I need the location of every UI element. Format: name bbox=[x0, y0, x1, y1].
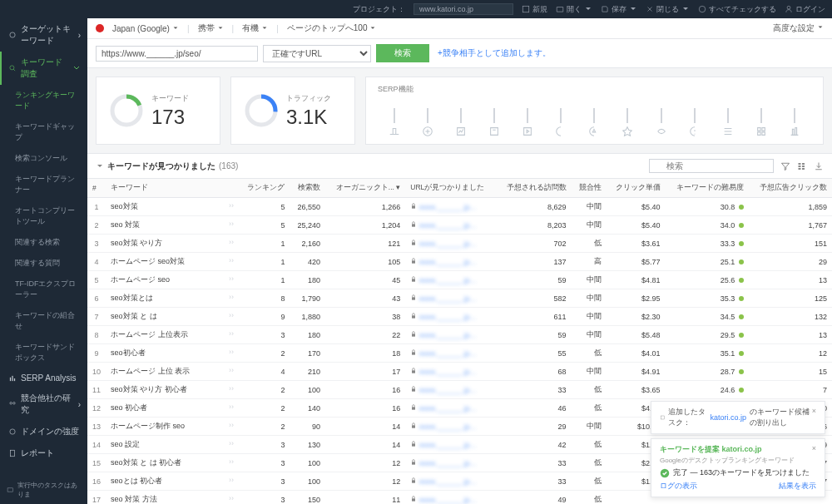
svg-rect-39 bbox=[412, 498, 415, 501]
svg-rect-29 bbox=[412, 315, 415, 318]
columns-icon[interactable] bbox=[797, 161, 807, 171]
serp-feature-icon[interactable] bbox=[455, 108, 467, 137]
organic-select[interactable]: 有機 bbox=[242, 22, 268, 34]
device-select[interactable]: 携帯 bbox=[198, 22, 224, 34]
table-row[interactable]: 11seo対策 やり方 初心者››210016 www.______.jp...… bbox=[87, 381, 832, 399]
top-select[interactable]: ページのトップへ100 bbox=[287, 22, 377, 34]
col-searches[interactable]: 検索数 bbox=[290, 179, 325, 198]
col-organic[interactable]: オーガニックト... ▾ bbox=[325, 179, 405, 198]
svg-rect-0 bbox=[522, 6, 529, 12]
table-row[interactable]: 1seo対策››526,5501,266 www.______.jp...8,6… bbox=[87, 198, 832, 216]
col-idx[interactable]: # bbox=[87, 179, 106, 198]
serp-feature-icon[interactable] bbox=[689, 108, 701, 137]
table-title: キーワードが見つかりました (163) bbox=[96, 161, 238, 172]
svg-rect-10 bbox=[11, 450, 15, 457]
task-icon bbox=[660, 413, 665, 422]
col-keyword[interactable]: キーワード bbox=[106, 179, 239, 198]
svg-rect-35 bbox=[412, 425, 415, 427]
url-bar: 正確ですURL 検索 +競争相手として追加します。 bbox=[87, 39, 832, 68]
serp-feature-icon[interactable] bbox=[755, 108, 767, 137]
col-visits[interactable]: 予想される訪問数 bbox=[496, 179, 571, 198]
filter-icon[interactable] bbox=[780, 161, 790, 171]
expand-icon[interactable] bbox=[96, 162, 104, 170]
table-row[interactable]: 10ホームページ 上位 表示››421017 www.______.jp...6… bbox=[87, 363, 832, 381]
sidebar-keyword-planner[interactable]: キーワードプランナー bbox=[0, 169, 87, 200]
add-competitor-link[interactable]: +競争相手として追加します。 bbox=[434, 47, 551, 59]
table-row[interactable]: 8ホームページ 上位表示››318022 www.______.jp...59中… bbox=[87, 326, 832, 344]
serp-feature-icon[interactable] bbox=[488, 108, 500, 137]
url-input[interactable] bbox=[96, 46, 258, 62]
sidebar-related-questions[interactable]: 関連する質問 bbox=[0, 253, 87, 274]
url-mode-select[interactable]: 正確ですURL bbox=[263, 45, 371, 62]
svg-rect-31 bbox=[412, 352, 415, 354]
sidebar-keyword-gap[interactable]: キーワードギャップ bbox=[0, 116, 87, 148]
svg-rect-17 bbox=[799, 163, 801, 165]
login-button[interactable]: ログイン bbox=[785, 4, 825, 15]
col-difficulty[interactable]: キーワードの難易度 bbox=[666, 179, 749, 198]
check-icon bbox=[660, 468, 670, 478]
svg-rect-37 bbox=[412, 462, 415, 464]
sidebar-report[interactable]: レポート bbox=[0, 442, 87, 464]
results-link[interactable]: 結果を表示 bbox=[779, 481, 816, 492]
serp-feature-icon[interactable] bbox=[522, 108, 533, 137]
svg-point-3 bbox=[10, 66, 14, 70]
table-row[interactable]: 4ホームページ seo対策››1420105 www.______.jp...1… bbox=[87, 253, 832, 271]
table-row[interactable]: 2seo 対策››525,2401,204 www.______.jp...8,… bbox=[87, 216, 832, 235]
svg-point-1 bbox=[787, 6, 790, 9]
sidebar-ranking-keyword[interactable]: ランキングキーワード bbox=[0, 85, 87, 116]
check-all-button[interactable]: すべてチェックする bbox=[698, 4, 776, 15]
serp-feature-icon[interactable] bbox=[555, 108, 567, 137]
svg-rect-21 bbox=[802, 166, 805, 167]
log-link[interactable]: ログの表示 bbox=[660, 481, 697, 492]
sidebar-keyword-research[interactable]: キーワード調査 bbox=[0, 52, 87, 85]
download-icon[interactable] bbox=[814, 161, 824, 171]
serp-feature-icon[interactable] bbox=[656, 108, 667, 137]
serp-feature-icon[interactable] bbox=[789, 108, 800, 137]
toast-close-icon[interactable]: × bbox=[812, 444, 816, 452]
col-adclicks[interactable]: 予想広告クリック数 bbox=[749, 179, 832, 198]
table-search-input[interactable] bbox=[649, 159, 774, 173]
sidebar-domain-strength[interactable]: ドメインの強度 bbox=[0, 421, 87, 442]
open-button[interactable]: 開く bbox=[556, 4, 592, 15]
table-row[interactable]: 3seo対策 やり方››12,160121 www.______.jp...70… bbox=[87, 235, 832, 253]
table-row[interactable]: 5ホームページ seo››118045 www.______.jp...59中間… bbox=[87, 271, 832, 289]
advanced-settings[interactable]: 高度な設定 bbox=[773, 22, 824, 34]
search-button[interactable]: 検索 bbox=[376, 44, 429, 62]
sidebar-footer: 実行中のタスクはありま bbox=[0, 476, 87, 504]
save-button[interactable]: 保存 bbox=[601, 4, 637, 15]
toast-link[interactable]: katori.co.jp bbox=[710, 413, 746, 422]
sidebar-keyword-combo[interactable]: キーワードの組合せ bbox=[0, 305, 87, 337]
table-row[interactable]: 6seo対策とは››81,79043 www.______.jp...582中間… bbox=[87, 289, 832, 308]
sidebar-related-search[interactable]: 関連する検索 bbox=[0, 232, 87, 253]
col-comp[interactable]: 競合性 bbox=[572, 179, 607, 198]
col-cpc[interactable]: クリック単価 bbox=[607, 179, 666, 198]
serp-feature-icon[interactable] bbox=[389, 108, 400, 137]
engine-select[interactable]: Japan (Google) bbox=[112, 24, 179, 33]
sidebar-target-keyword[interactable]: ターゲットキーワード› bbox=[0, 18, 87, 52]
svg-rect-28 bbox=[412, 297, 415, 299]
table-row[interactable]: 9seo初心者››217018 www.______.jp...55低$4.01… bbox=[87, 344, 832, 363]
col-url[interactable]: URLが見つかりました bbox=[405, 179, 496, 198]
close-button[interactable]: 閉じる bbox=[646, 4, 690, 15]
traffic-stat-card: トラフィック3.1K bbox=[230, 77, 355, 145]
col-ranking[interactable]: ランキング bbox=[239, 179, 290, 198]
serp-feature-icon[interactable] bbox=[722, 108, 734, 137]
sidebar-keyword-sandbox[interactable]: キーワードサンドボックス bbox=[0, 337, 87, 368]
sidebar-search-console[interactable]: 検索コンソール bbox=[0, 148, 87, 169]
sidebar-autocomplete[interactable]: オートコンプリートツール bbox=[0, 200, 87, 232]
toast-close-icon[interactable]: × bbox=[812, 407, 816, 415]
serp-feature-icon[interactable] bbox=[622, 108, 633, 137]
new-button[interactable]: 新規 bbox=[522, 4, 547, 15]
svg-rect-36 bbox=[412, 443, 415, 446]
kw-label: キーワード bbox=[151, 93, 189, 104]
svg-point-9 bbox=[10, 429, 15, 434]
serp-feature-icon[interactable] bbox=[588, 108, 600, 137]
serp-feature-icon[interactable] bbox=[422, 108, 433, 137]
project-select[interactable]: www.katori.co.jp bbox=[414, 3, 513, 15]
svg-rect-32 bbox=[412, 370, 415, 373]
sidebar-serp-analysis[interactable]: SERP Analysis bbox=[0, 368, 87, 388]
sidebar-competitor[interactable]: 競合他社の研究› bbox=[0, 388, 87, 421]
sidebar-tfidf[interactable]: TF-IDFエクスプローラー bbox=[0, 274, 87, 305]
filter-bar: Japan (Google) | 携帯 | 有機 | ページのトップへ100 高… bbox=[87, 18, 832, 39]
table-row[interactable]: 7seo対策 と は››91,88038 www.______.jp...611… bbox=[87, 308, 832, 326]
